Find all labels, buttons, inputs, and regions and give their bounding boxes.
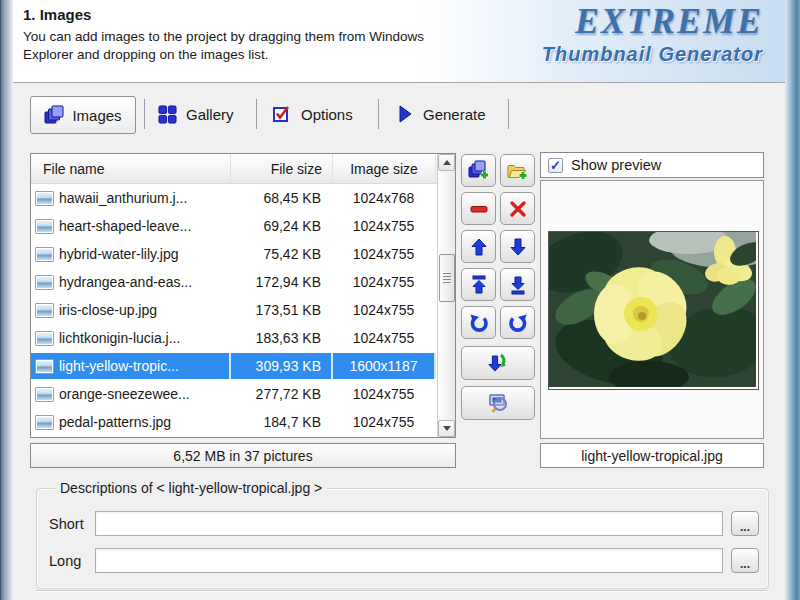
page-description-line2: Explorer and dropping on the images list… — [23, 46, 424, 64]
image-size: 1024x755 — [333, 409, 436, 435]
table-row[interactable]: heart-shaped-leave... 69,24 KB 1024x755 — [31, 212, 455, 240]
tab-images[interactable]: Images — [30, 96, 136, 134]
table-row[interactable]: hawaii_anthurium.j... 68,45 KB 1024x768 — [31, 184, 455, 212]
table-row[interactable]: orange-sneezewee... 277,72 KB 1024x755 — [31, 380, 455, 408]
selected-filename-box: light-yellow-tropical.jpg — [540, 443, 764, 468]
window-border-right — [785, 0, 800, 600]
tab-gallery[interactable]: Gallery — [158, 98, 234, 130]
move-to-bottom-button[interactable] — [500, 268, 535, 301]
tab-gallery-label: Gallery — [186, 106, 234, 123]
show-preview-checkbox[interactable]: ✓ — [548, 158, 563, 173]
column-header-file-name[interactable]: File name — [31, 154, 231, 183]
remove-icon — [469, 199, 489, 219]
image-thumbnail-icon — [35, 219, 54, 234]
tab-options[interactable]: Options — [272, 98, 353, 130]
table-row[interactable]: hybrid-water-lily.jpg 75,42 KB 1024x755 — [31, 240, 455, 268]
tab-generate[interactable]: Generate — [396, 98, 486, 130]
image-thumbnail-icon — [35, 275, 54, 290]
scroll-down-icon — [443, 426, 451, 431]
table-row[interactable]: lichtkonigin-lucia.j... 183,63 KB 1024x7… — [31, 324, 455, 352]
rotate-right-button[interactable] — [500, 306, 535, 339]
move-to-top-button[interactable] — [461, 268, 496, 301]
file-name: lichtkonigin-lucia.j... — [59, 330, 180, 346]
move-down-button[interactable] — [500, 230, 535, 263]
file-name: iris-close-up.jpg — [59, 302, 157, 318]
image-thumbnail-icon — [35, 331, 54, 346]
descriptions-group: Descriptions of < light-yellow-tropical.… — [36, 488, 769, 589]
list-scrollbar[interactable] — [437, 154, 455, 437]
rotate-right-icon — [508, 313, 528, 333]
short-description-input[interactable] — [95, 511, 723, 536]
column-header-image-size[interactable]: Image size — [333, 154, 436, 183]
file-size: 173,51 KB — [231, 297, 333, 323]
table-row-selected[interactable]: light-yellow-tropic... 309,93 KB 1600x11… — [31, 352, 455, 380]
options-icon — [272, 104, 292, 124]
table-row[interactable]: pedal-patterns.jpg 184,7 KB 1024x755 — [31, 408, 455, 436]
show-preview-label: Show preview — [571, 157, 661, 173]
move-all-down-button[interactable] — [461, 346, 535, 380]
tab-options-label: Options — [301, 106, 353, 123]
generate-icon — [396, 104, 414, 124]
column-header-file-size[interactable]: File size — [231, 154, 333, 183]
image-size: 1024x755 — [333, 297, 436, 323]
remove-selected-button[interactable] — [461, 192, 496, 225]
file-name: light-yellow-tropic... — [59, 358, 179, 374]
add-folder-button[interactable] — [500, 154, 535, 187]
image-size: 1024x755 — [333, 269, 436, 295]
add-images-icon — [468, 160, 489, 181]
preview-image-button[interactable] — [461, 386, 535, 420]
file-name: hawaii_anthurium.j... — [59, 190, 187, 206]
add-folder-icon — [507, 161, 528, 181]
long-browse-button[interactable]: ... — [731, 548, 759, 573]
move-all-down-icon — [486, 352, 510, 374]
image-thumbnail-icon — [35, 387, 54, 402]
rotate-left-icon — [469, 313, 489, 333]
image-size: 1024x755 — [333, 325, 436, 351]
status-text: 6,52 MB in 37 pictures — [173, 448, 312, 464]
preview-image — [548, 231, 759, 390]
descriptions-legend: Descriptions of < light-yellow-tropical.… — [55, 480, 327, 496]
image-size: 1024x755 — [333, 213, 436, 239]
file-size: 184,7 KB — [231, 409, 333, 435]
list-header: File name File size Image size — [31, 154, 455, 184]
delete-all-button[interactable] — [500, 192, 535, 225]
file-name: pedal-patterns.jpg — [59, 414, 171, 430]
file-size: 69,24 KB — [231, 213, 333, 239]
rotate-left-button[interactable] — [461, 306, 496, 339]
to-top-arrow-icon — [469, 275, 489, 295]
file-size: 68,45 KB — [231, 185, 333, 211]
images-icon — [44, 105, 64, 125]
file-size: 309,93 KB — [231, 353, 333, 379]
status-bar: 6,52 MB in 37 pictures — [30, 443, 456, 468]
image-file-list: File name File size Image size hawaii_an… — [30, 153, 456, 438]
image-size: 1600x1187 — [333, 353, 436, 379]
file-name: hybrid-water-lily.jpg — [59, 246, 179, 262]
file-name: orange-sneezewee... — [59, 386, 190, 402]
image-thumbnail-icon — [35, 415, 54, 430]
scroll-down-button[interactable] — [438, 420, 455, 437]
gallery-icon — [158, 105, 177, 124]
table-row[interactable]: hydrangea-and-eas... 172,94 KB 1024x755 — [31, 268, 455, 296]
selected-filename: light-yellow-tropical.jpg — [581, 448, 723, 464]
image-size: 1024x755 — [333, 381, 436, 407]
scrollbar-thumb[interactable] — [439, 254, 455, 302]
app-logo: EXTREME Thumbnail Generator — [542, 2, 763, 66]
long-description-input[interactable] — [95, 548, 723, 573]
short-browse-button[interactable]: ... — [731, 511, 759, 536]
preview-panel — [540, 180, 764, 439]
file-size: 75,42 KB — [231, 241, 333, 267]
image-size: 1024x768 — [333, 185, 436, 211]
scroll-up-button[interactable] — [438, 154, 455, 171]
file-size: 172,94 KB — [231, 269, 333, 295]
short-label: Short — [49, 516, 84, 532]
preview-magnifier-icon — [486, 392, 510, 414]
logo-subtitle: Thumbnail Generator — [542, 42, 763, 66]
file-size: 277,72 KB — [231, 381, 333, 407]
add-images-button[interactable] — [461, 154, 496, 187]
move-up-button[interactable] — [461, 230, 496, 263]
table-row[interactable]: iris-close-up.jpg 173,51 KB 1024x755 — [31, 296, 455, 324]
tab-separator — [256, 99, 257, 129]
logo-title: EXTREME — [542, 2, 763, 40]
file-size: 183,63 KB — [231, 325, 333, 351]
image-thumbnail-icon — [35, 247, 54, 262]
